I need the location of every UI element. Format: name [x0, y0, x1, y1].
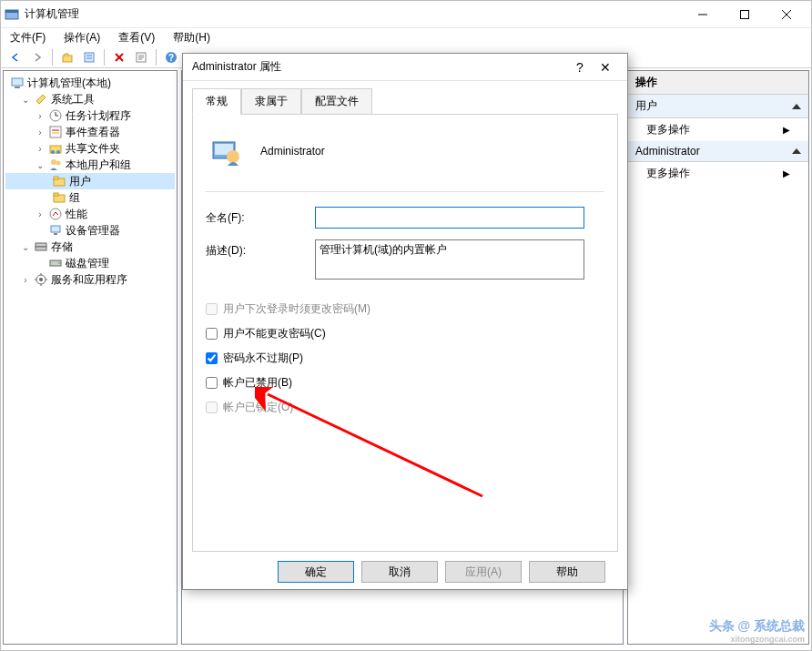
svg-point-35 — [50, 209, 61, 219]
clock-icon — [48, 108, 63, 123]
close-button[interactable] — [766, 1, 807, 28]
performance-icon — [48, 207, 63, 221]
user-display-name: Administrator — [260, 145, 325, 158]
help-button[interactable]: ? — [162, 48, 180, 66]
expand-icon[interactable]: › — [35, 111, 46, 121]
disk-icon — [48, 256, 63, 270]
menu-action[interactable]: 操作(A) — [60, 28, 104, 47]
props-button[interactable] — [80, 48, 98, 66]
tree-label: 系统工具 — [51, 92, 95, 107]
tree-label: 本地用户和组 — [66, 158, 131, 173]
forward-button[interactable] — [28, 48, 46, 66]
watermark-sub: xitongzongcai.com — [709, 635, 805, 644]
checkbox-nextlogon — [206, 303, 218, 315]
checkbox-label: 帐户已锁定(O) — [223, 400, 293, 415]
tree-groups[interactable]: 组 — [5, 189, 175, 206]
action-label: 更多操作 — [646, 122, 690, 137]
collapse-icon[interactable]: ⌄ — [20, 242, 31, 252]
cancel-button[interactable]: 取消 — [361, 561, 438, 583]
chevron-right-icon: ▶ — [783, 168, 790, 178]
tree-root[interactable]: 计算机管理(本地) — [5, 75, 175, 91]
tree-performance[interactable]: › 性能 — [5, 206, 175, 222]
tree-label: 磁盘管理 — [66, 256, 109, 271]
tabs: 常规 隶属于 配置文件 — [192, 88, 618, 115]
apply-button[interactable]: 应用(A) — [445, 561, 522, 583]
menu-file[interactable]: 文件(F) — [6, 28, 49, 47]
user-icon — [209, 135, 242, 168]
tree-label: 用户 — [69, 174, 91, 189]
tree-label: 存储 — [51, 239, 73, 255]
tree-users[interactable]: 用户 — [5, 173, 175, 189]
svg-point-43 — [39, 278, 43, 281]
fullname-input[interactable] — [315, 207, 584, 229]
svg-rect-37 — [54, 233, 57, 235]
actions-section-users[interactable]: 用户 — [628, 95, 808, 118]
delete-button[interactable] — [110, 48, 128, 66]
tree-sharedfolders[interactable]: › 共享文件夹 — [5, 140, 175, 157]
fullname-label: 全名(F): — [206, 207, 315, 226]
tools-icon — [34, 92, 48, 107]
tree-services[interactable]: › 服务和应用程序 — [5, 271, 175, 288]
expand-icon[interactable]: › — [35, 209, 46, 219]
tree-eventviewer[interactable]: › 事件查看器 — [5, 124, 175, 140]
toolbar-separator — [52, 49, 53, 66]
expand-icon[interactable]: › — [20, 275, 31, 285]
checkbox-label: 密码永不过期(P) — [223, 351, 303, 366]
description-row: 描述(D): 管理计算机(域)的内置帐户 — [206, 239, 604, 280]
checkbox-cannotchange-row[interactable]: 用户不能更改密码(C) — [206, 326, 604, 341]
help-button[interactable]: 帮助 — [529, 561, 605, 583]
divider — [206, 191, 604, 192]
expand-icon[interactable]: › — [35, 127, 46, 137]
dialog-buttons: 确定 取消 应用(A) 帮助 — [192, 552, 618, 592]
description-input[interactable]: 管理计算机(域)的内置帐户 — [315, 239, 584, 280]
dialog-help-button[interactable]: ? — [567, 60, 593, 75]
watermark: 头条 @ 系统总裁 xitongzongcai.com — [709, 618, 805, 644]
tree-systemtools[interactable]: ⌄ 系统工具 — [5, 91, 175, 107]
checkbox-disabled-row[interactable]: 帐户已禁用(B) — [206, 375, 604, 391]
tree-scheduler[interactable]: › 任务计划程序 — [5, 107, 175, 124]
collapse-icon — [792, 104, 801, 109]
checkbox-label: 用户不能更改密码(C) — [223, 326, 326, 341]
checkbox-cannotchange[interactable] — [206, 328, 218, 340]
minimize-button[interactable] — [682, 1, 724, 28]
svg-point-50 — [227, 150, 239, 163]
up-button[interactable] — [58, 48, 76, 66]
action-label: 更多操作 — [646, 166, 690, 181]
tree-storage[interactable]: ⌄ 存储 — [5, 239, 175, 255]
checkbox-label: 帐户已禁用(B) — [223, 375, 292, 391]
svg-rect-23 — [50, 127, 61, 137]
tree-devicemgr[interactable]: 设备管理器 — [5, 222, 175, 239]
ok-button[interactable]: 确定 — [278, 561, 354, 583]
checkbox-disabled[interactable] — [206, 377, 218, 389]
tab-profile[interactable]: 配置文件 — [301, 88, 372, 114]
collapse-icon[interactable]: ⌄ — [35, 160, 46, 170]
svg-rect-19 — [15, 86, 20, 88]
svg-rect-6 — [63, 56, 72, 62]
collapse-icon[interactable]: ⌄ — [20, 95, 31, 105]
tree-localusers[interactable]: ⌄ 本地用户和组 — [5, 157, 175, 173]
maximize-button[interactable] — [724, 1, 766, 28]
dialog-close-button[interactable]: ✕ — [593, 60, 618, 75]
actions-more-1[interactable]: 更多操作 ▶ — [628, 118, 808, 141]
tab-memberof[interactable]: 隶属于 — [241, 88, 301, 114]
menu-help[interactable]: 帮助(H) — [169, 28, 214, 47]
svg-point-28 — [56, 150, 60, 154]
chevron-right-icon: ▶ — [783, 125, 790, 135]
properties-button[interactable] — [132, 48, 150, 66]
svg-rect-3 — [741, 10, 749, 18]
window-title: 计算机管理 — [25, 6, 682, 22]
menu-view[interactable]: 查看(V) — [115, 28, 158, 47]
back-button[interactable] — [6, 48, 25, 66]
tree-diskmgmt[interactable]: 磁盘管理 — [5, 255, 175, 271]
tree-label: 计算机管理(本地) — [27, 76, 111, 91]
actions-section-admin[interactable]: Administrator — [628, 141, 808, 162]
tab-general[interactable]: 常规 — [192, 88, 241, 115]
checkbox-locked — [206, 402, 218, 413]
svg-rect-32 — [54, 177, 58, 179]
checkbox-neverexpires-row[interactable]: 密码永不过期(P) — [206, 351, 604, 366]
expand-icon[interactable]: › — [35, 144, 46, 154]
checkbox-neverexpires[interactable] — [206, 352, 218, 364]
tree-label: 设备管理器 — [66, 223, 120, 239]
actions-more-2[interactable]: 更多操作 ▶ — [628, 162, 808, 185]
checkbox-locked-row: 帐户已锁定(O) — [206, 400, 604, 415]
